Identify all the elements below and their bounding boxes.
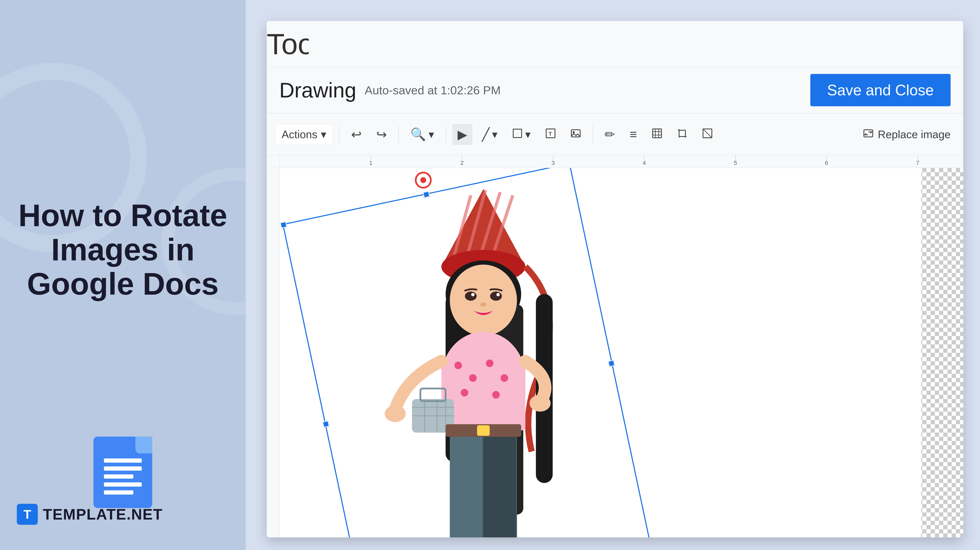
crop-tool-button[interactable] bbox=[672, 124, 693, 145]
main-title: How to Rotate Images in Google Docs bbox=[2, 199, 244, 301]
toolbar-divider-2 bbox=[398, 126, 399, 143]
ruler-tick-4 bbox=[644, 156, 644, 160]
actions-chevron-icon: ▾ bbox=[321, 128, 326, 141]
ruler-label-2: 2 bbox=[460, 160, 464, 166]
save-close-button[interactable]: Save and Close bbox=[810, 74, 951, 106]
handle-tl[interactable] bbox=[280, 221, 287, 228]
mask-tool-icon bbox=[702, 127, 713, 141]
handle-tm[interactable] bbox=[423, 191, 430, 198]
doc-line-3 bbox=[104, 474, 133, 478]
doc-line-2 bbox=[104, 466, 142, 471]
docs-topbar: Too bbox=[267, 21, 963, 67]
text-tool-button[interactable]: T bbox=[540, 124, 561, 145]
ruler-tick-7 bbox=[918, 156, 918, 160]
shape-tool-chevron-icon: ▾ bbox=[525, 128, 531, 141]
doc-icon bbox=[94, 437, 152, 508]
grid-tool-button[interactable] bbox=[646, 124, 668, 145]
pen-tool-icon: ✏ bbox=[605, 127, 615, 142]
drawing-title: Drawing bbox=[279, 78, 356, 102]
svg-line-15 bbox=[703, 129, 712, 138]
ruler-label-1: 1 bbox=[369, 160, 372, 166]
pen-tool-button[interactable]: ✏ bbox=[599, 124, 620, 145]
docs-window: Too Drawing Auto-saved at 1:02:26 PM Sav… bbox=[267, 21, 963, 537]
drawing-header: Drawing Auto-saved at 1:02:26 PM Save an… bbox=[267, 67, 963, 113]
template-logo-box: T bbox=[17, 504, 38, 525]
selection-rotated bbox=[282, 168, 655, 537]
right-panel: Too Drawing Auto-saved at 1:02:26 PM Sav… bbox=[246, 0, 980, 550]
image-tool-icon bbox=[571, 127, 581, 141]
ruler-horizontal: 1234567 bbox=[280, 156, 963, 168]
line-tool-button[interactable]: ╱ ▾ bbox=[477, 124, 503, 145]
canvas-content[interactable] bbox=[280, 168, 963, 537]
ruler-label-4: 4 bbox=[643, 160, 646, 166]
line-tool-chevron-icon: ▾ bbox=[492, 128, 498, 141]
select-tool-button[interactable]: ▶ bbox=[452, 124, 473, 145]
line-tool-icon: ╱ bbox=[482, 127, 490, 142]
text-tool-icon: T bbox=[545, 127, 556, 141]
left-panel: How to Rotate Images in Google Docs T TE… bbox=[0, 0, 246, 550]
line-weight-icon: ≡ bbox=[630, 127, 637, 141]
select-icon: ▶ bbox=[458, 127, 467, 142]
doc-line-1 bbox=[104, 458, 142, 463]
replace-image-icon bbox=[863, 127, 873, 141]
ruler-label-3: 3 bbox=[551, 160, 555, 166]
redo-button[interactable]: ↪ bbox=[371, 124, 392, 145]
handle-mr[interactable] bbox=[608, 360, 615, 367]
doc-line-5 bbox=[104, 490, 133, 494]
ruler-corner bbox=[267, 156, 280, 168]
zoom-button[interactable]: 🔍 ▾ bbox=[405, 124, 439, 145]
image-tool-button[interactable] bbox=[565, 124, 586, 145]
undo-icon: ↩ bbox=[351, 127, 361, 142]
drawing-canvas-area bbox=[267, 168, 963, 537]
selection-border bbox=[282, 168, 655, 537]
ruler-tick-2 bbox=[462, 156, 462, 160]
ruler-tick-5 bbox=[735, 156, 736, 160]
undo-button[interactable]: ↩ bbox=[346, 124, 367, 145]
handle-ml[interactable] bbox=[323, 421, 329, 428]
actions-button[interactable]: Actions ▾ bbox=[275, 124, 333, 145]
replace-image-button[interactable]: Replace image bbox=[859, 127, 955, 141]
grid-tool-icon bbox=[652, 127, 662, 141]
svg-rect-0 bbox=[513, 129, 522, 138]
toolbar-divider-4 bbox=[593, 126, 593, 143]
template-logo-letter: T bbox=[24, 507, 31, 521]
svg-rect-9 bbox=[652, 129, 662, 138]
replace-image-label: Replace image bbox=[878, 128, 951, 141]
zoom-chevron-icon: ▾ bbox=[429, 128, 434, 141]
toolbar-divider-1 bbox=[339, 126, 340, 143]
drawing-dialog: Drawing Auto-saved at 1:02:26 PM Save an… bbox=[267, 67, 963, 537]
shape-tool-icon bbox=[512, 127, 523, 141]
ruler-label-6: 6 bbox=[825, 160, 828, 166]
doc-line-4 bbox=[104, 482, 142, 486]
svg-text:T: T bbox=[549, 131, 552, 137]
ruler-area: 1234567 bbox=[267, 156, 963, 168]
too-text: Too bbox=[267, 27, 309, 61]
drawing-toolbar: Actions ▾ ↩ ↪ 🔍 ▾ bbox=[267, 113, 963, 156]
rotation-handle-inner bbox=[420, 176, 427, 184]
svg-rect-16 bbox=[864, 130, 873, 137]
zoom-icon: 🔍 bbox=[410, 127, 426, 142]
autosaved-text: Auto-saved at 1:02:26 PM bbox=[365, 83, 802, 97]
actions-label: Actions bbox=[282, 128, 318, 141]
mask-tool-button[interactable] bbox=[697, 124, 718, 145]
toolbar-divider-3 bbox=[445, 126, 446, 143]
line-weight-button[interactable]: ≡ bbox=[625, 124, 642, 145]
crop-tool-icon bbox=[677, 127, 687, 141]
ruler-label-5: 5 bbox=[734, 160, 737, 166]
ruler-vertical bbox=[267, 168, 280, 537]
selection-wrapper bbox=[322, 189, 616, 537]
redo-icon: ↪ bbox=[376, 127, 387, 142]
svg-point-4 bbox=[573, 131, 575, 134]
ruler-label-7: 7 bbox=[916, 160, 919, 166]
shape-tool-button[interactable]: ▾ bbox=[507, 124, 536, 145]
logo-area: T TEMPLATE.NET bbox=[17, 504, 163, 525]
template-net-text: TEMPLATE.NET bbox=[43, 506, 163, 523]
